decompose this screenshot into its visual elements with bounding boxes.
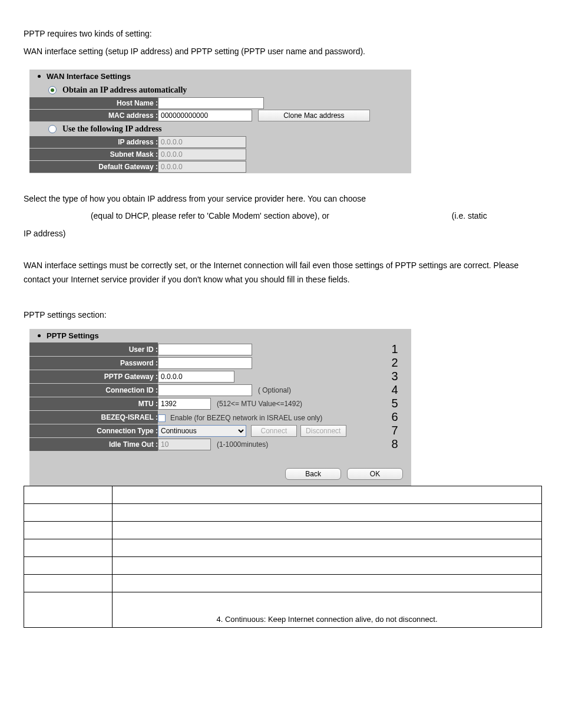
num-3: 3 <box>378 370 411 383</box>
mtu-note: (512<= MTU Value<=1492) <box>217 400 302 408</box>
mid-p3: PPTP settings section: <box>24 308 538 322</box>
bezeq-note: Enable (for BEZEQ network in ISRAEL use … <box>170 414 322 422</box>
mid-p1a: Select the type of how you obtain IP add… <box>24 192 538 206</box>
num-4: 4 <box>378 383 411 397</box>
mid-p2: WAN interface settings must be correctly… <box>24 259 538 287</box>
pptp-gw-input[interactable] <box>158 371 234 383</box>
mac-label: MAC address : <box>29 109 158 121</box>
back-button[interactable]: Back <box>285 468 341 480</box>
disconnect-button[interactable]: Disconnect <box>300 425 346 437</box>
num-8: 8 <box>378 437 411 451</box>
conn-label: Connection ID : <box>29 383 158 397</box>
num-5: 5 <box>378 397 411 410</box>
radio-auto[interactable] <box>48 86 57 94</box>
user-input[interactable] <box>158 344 252 355</box>
mask-label: Subnet Mask : <box>29 148 158 160</box>
bullet-icon <box>38 334 41 337</box>
ip-input[interactable] <box>158 136 246 148</box>
wan-panel: WAN Interface Settings Obtain an IP addr… <box>29 70 411 173</box>
intro-line-1: PPTP requires two kinds of setting: <box>24 27 538 41</box>
idle-input[interactable] <box>158 439 211 450</box>
conn-input[interactable] <box>158 384 252 396</box>
mtu-input[interactable] <box>158 398 211 410</box>
clone-mac-button[interactable]: Clone Mac address <box>258 110 370 121</box>
idle-note: (1-1000minutes) <box>217 440 268 449</box>
num-1: 1 <box>378 342 411 356</box>
host-name-input[interactable] <box>158 97 264 109</box>
host-name-label: Host Name : <box>29 97 158 110</box>
gw-label: Default Gateway : <box>29 160 158 173</box>
pptp-title: PPTP Settings <box>47 331 99 340</box>
conn-note: ( Optional) <box>258 386 291 394</box>
radio-static-label: Use the following IP address <box>62 124 162 134</box>
intro-line-2: WAN interface setting (setup IP address)… <box>24 45 538 59</box>
user-label: User ID : <box>29 342 158 356</box>
pw-input[interactable] <box>158 357 252 369</box>
bullet-icon <box>38 75 41 78</box>
bezeq-checkbox[interactable] <box>158 414 166 422</box>
mid-p1b: (equal to DHCP, please refer to 'Cable M… <box>91 211 329 220</box>
desc-row-7: 4. Continuous: Keep Internet connection … <box>113 592 542 627</box>
connect-button[interactable]: Connect <box>251 425 297 437</box>
radio-auto-label: Obtain an IP address automatically <box>62 85 187 95</box>
num-7: 7 <box>378 424 411 437</box>
mid-p1c: (i.e. static <box>452 211 487 220</box>
ip-label: IP address : <box>29 136 158 149</box>
ctype-label: Connection Type : <box>29 424 158 437</box>
ctype-select[interactable]: Continuous <box>158 425 246 437</box>
num-2: 2 <box>378 356 411 370</box>
mid-p1d: IP address) <box>24 227 538 241</box>
ok-button[interactable]: OK <box>347 468 403 480</box>
pptp-panel: PPTP Settings User ID : 1 Password : 2 P… <box>29 329 411 486</box>
num-6: 6 <box>378 410 411 424</box>
radio-static[interactable] <box>48 125 57 133</box>
mtu-label: MTU : <box>29 397 158 410</box>
pw-label: Password : <box>29 356 158 370</box>
mid-p1-row: (equal to DHCP, please refer to 'Cable M… <box>24 209 538 223</box>
mac-input[interactable] <box>158 110 252 121</box>
description-table: 4. Continuous: Keep Internet connection … <box>24 486 542 628</box>
pptp-gw-label: PPTP Gateway : <box>29 370 158 383</box>
mask-input[interactable] <box>158 149 246 160</box>
wan-title: WAN Interface Settings <box>47 72 131 81</box>
bezeq-label: BEZEQ-ISRAEL : <box>29 410 158 424</box>
gw-input[interactable] <box>158 161 246 173</box>
idle-label: Idle Time Out : <box>29 437 158 451</box>
